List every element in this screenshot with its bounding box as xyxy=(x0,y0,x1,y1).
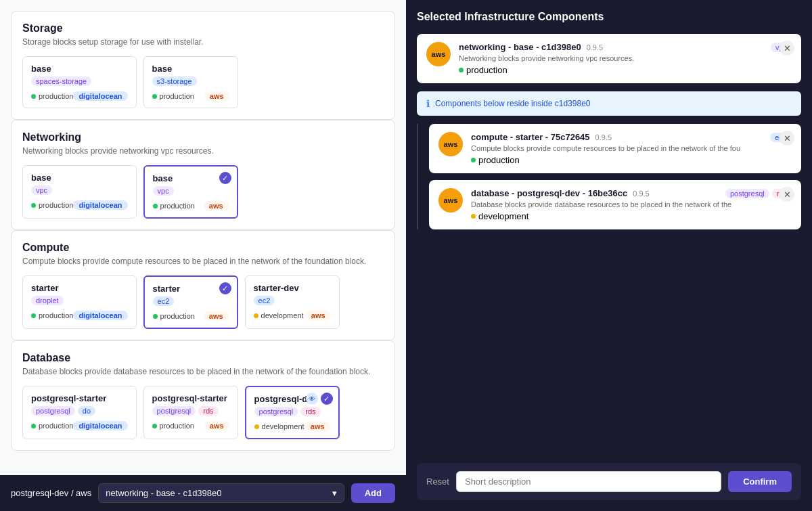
env-label: production xyxy=(478,155,520,165)
env-row: productiondigitalocean xyxy=(31,200,128,210)
block-tag: s3-storage xyxy=(152,76,197,86)
nested-components: awscompute - starter - 75c726450.9.5ec2C… xyxy=(417,124,801,229)
block-item[interactable]: starterec2productionaws✓ xyxy=(143,275,238,329)
add-button[interactable]: Add xyxy=(351,483,395,503)
block-name: base xyxy=(153,173,229,183)
env-label: production xyxy=(160,202,195,210)
provider-badge: aws xyxy=(204,91,229,101)
block-name: base xyxy=(31,173,128,183)
comp-version: 0.9.5 xyxy=(595,133,612,141)
status-dot xyxy=(31,94,36,99)
block-name: postgresql-starter xyxy=(31,393,128,403)
block-item[interactable]: basevpcproductiondigitalocean xyxy=(22,165,137,219)
section-database-title: Database xyxy=(22,352,384,364)
block-item[interactable]: bases3-storageproductionaws xyxy=(143,56,238,108)
block-tag: ec2 xyxy=(254,296,275,305)
env-dot-container: production xyxy=(153,202,195,210)
section-networking-desc: Networking blocks provide networking vpc… xyxy=(22,146,384,156)
section-networking: NetworkingNetworking blocks provide netw… xyxy=(11,120,395,230)
env-label: production xyxy=(160,92,194,100)
status-dot xyxy=(152,424,157,428)
env-row: developmentaws xyxy=(254,422,330,431)
block-tag: do xyxy=(78,406,95,416)
close-button[interactable]: ✕ xyxy=(780,41,794,55)
confirm-button[interactable]: Confirm xyxy=(728,471,792,492)
compute-blocks-grid: starterdropletproductiondigitaloceanstar… xyxy=(22,275,384,329)
network-dropdown[interactable]: networking - base - c1d398e0 ▾ xyxy=(98,483,344,503)
info-icon: ℹ xyxy=(426,98,430,109)
section-database-desc: Database blocks provide database resourc… xyxy=(22,367,384,376)
env-label: production xyxy=(39,311,73,319)
eye-icon[interactable]: 👁 xyxy=(306,393,318,405)
env-row: productiondigitalocean xyxy=(31,91,128,101)
env-label: production xyxy=(39,201,73,209)
env-dot-container: development xyxy=(254,311,304,319)
check-icon: ✓ xyxy=(321,393,333,405)
section-compute: ComputeCompute blocks provide compute re… xyxy=(11,230,395,340)
status-dot xyxy=(31,424,36,428)
block-item[interactable]: basespaces-storageproductiondigitalocean xyxy=(22,56,137,108)
env-label: development xyxy=(261,311,304,319)
block-name: base xyxy=(31,64,128,74)
provider-badge: digitalocean xyxy=(73,311,127,320)
block-item[interactable]: postgresql-starterpostgresqlrdsproductio… xyxy=(143,386,238,439)
block-tag: vpc xyxy=(153,186,174,196)
block-item[interactable]: starter-devec2developmentaws xyxy=(245,275,340,329)
comp-info: compute - starter - 75c726450.9.5ec2Comp… xyxy=(471,132,792,165)
env-label: production xyxy=(39,92,73,100)
provider-badge: aws xyxy=(204,201,229,210)
env-dot-container: production xyxy=(31,311,73,319)
aws-avatar: aws xyxy=(426,42,451,66)
block-item[interactable]: postgresql-starterpostgresqldoproduction… xyxy=(22,386,137,439)
tag-row: ec2 xyxy=(254,296,331,305)
env-row: productiondigitalocean xyxy=(31,311,128,320)
comp-version: 0.9.5 xyxy=(587,43,603,51)
status-dot xyxy=(153,204,158,208)
block-item[interactable]: starterdropletproductiondigitalocean xyxy=(22,275,137,329)
chevron-down-icon: ▾ xyxy=(332,488,337,498)
comp-info: database - postgresql-dev - 16be36cc0.9.… xyxy=(471,188,792,221)
comp-name: database - postgresql-dev - 16be36cc xyxy=(471,188,627,198)
tag-row: s3-storage xyxy=(152,76,229,86)
top-component-card: awsnetworking - base - c1d398e00.9.5vpcN… xyxy=(417,34,801,83)
aws-avatar: aws xyxy=(438,132,463,156)
env-label: development xyxy=(262,422,304,430)
nested-component-card: awsdatabase - postgresql-dev - 16be36cc0… xyxy=(429,180,801,229)
bottom-label: postgresql-dev / aws xyxy=(11,488,91,498)
block-tag: vpc xyxy=(31,185,52,195)
env-dot-container: production xyxy=(31,201,73,209)
status-dot xyxy=(471,214,476,219)
dropdown-value: networking - base - c1d398e0 xyxy=(106,488,221,498)
block-tag: spaces-storage xyxy=(31,76,91,86)
tag-row: vpc xyxy=(31,185,128,195)
tag-row: postgresqlrds xyxy=(254,407,330,416)
env-label: production xyxy=(160,312,195,320)
tag-row: postgresqlrds xyxy=(152,406,229,416)
status-dot xyxy=(31,313,36,318)
env-label: production xyxy=(39,422,73,430)
description-input[interactable] xyxy=(456,471,721,492)
reset-button[interactable]: Reset xyxy=(426,472,449,491)
provider-badge: aws xyxy=(204,311,229,321)
comp-name: networking - base - c1d398e0 xyxy=(459,42,581,52)
close-button[interactable]: ✕ xyxy=(780,131,794,146)
provider-badge: digitalocean xyxy=(73,91,127,101)
block-item[interactable]: basevpcproductionaws✓ xyxy=(143,165,238,219)
tag-row: postgresqldo xyxy=(31,406,128,416)
close-button[interactable]: ✕ xyxy=(780,187,794,202)
status-dot xyxy=(31,203,36,208)
env-dot-container: development xyxy=(254,422,304,430)
block-tag: ec2 xyxy=(153,296,175,306)
env-row: developmentaws xyxy=(254,311,331,320)
block-tag: postgresql xyxy=(152,406,196,416)
env-row: productionaws xyxy=(153,201,229,210)
block-tag: rds xyxy=(300,407,320,416)
eye-check-row: 👁✓ xyxy=(306,393,333,405)
block-name: base xyxy=(152,64,229,74)
env-label: development xyxy=(478,211,528,221)
provider-badge: aws xyxy=(204,421,229,430)
env-row: productionaws xyxy=(153,311,229,321)
block-item[interactable]: postgresql-devpostgresqlrdsdevelopmentaw… xyxy=(245,386,340,439)
section-networking-title: Networking xyxy=(22,131,384,143)
tag-row: spaces-storage xyxy=(31,76,128,86)
